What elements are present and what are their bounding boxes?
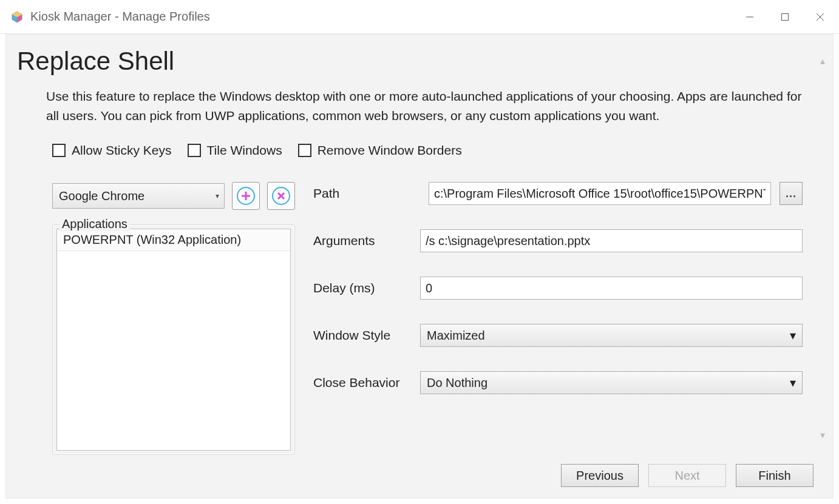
browse-button[interactable]: ... [780,182,803,205]
remove-borders-checkbox[interactable]: Remove Window Borders [298,143,462,158]
list-item[interactable]: POWERPNT (Win32 Application) [57,229,290,251]
finish-button[interactable]: Finish [736,464,814,487]
previous-button[interactable]: Previous [561,464,639,487]
applications-legend: Applications [59,217,130,231]
page-description: Use this feature to replace the Windows … [46,87,803,125]
arguments-input[interactable] [420,229,803,252]
path-input[interactable] [429,182,771,205]
remove-app-button[interactable] [267,182,295,210]
minimize-button[interactable] [732,5,767,29]
plus-icon [237,187,255,205]
window-title: Kiosk Manager - Manage Profiles [30,10,210,24]
scroll-down-icon: ▾ [820,429,825,441]
path-label: Path [313,186,420,201]
close-behavior-select[interactable]: Do Nothing ▾ [420,371,803,394]
svg-rect-5 [782,13,789,20]
allow-sticky-keys-checkbox[interactable]: Allow Sticky Keys [52,143,172,158]
delay-label: Delay (ms) [313,281,420,295]
app-template-select[interactable]: Google Chrome ▾ [52,183,225,209]
scrollbar-hint: ▴ ▾ [816,55,829,441]
window-style-label: Window Style [313,328,420,343]
maximize-button[interactable] [767,5,803,29]
close-button[interactable] [803,5,838,29]
delay-input[interactable] [420,277,803,300]
chevron-down-icon: ▾ [216,192,219,200]
allow-sticky-keys-label: Allow Sticky Keys [72,143,172,158]
window-style-select[interactable]: Maximized ▾ [420,324,803,347]
applications-list[interactable]: POWERPNT (Win32 Application) [56,229,291,451]
next-button[interactable]: Next [648,464,726,487]
page-title: Replace Shell [17,47,803,76]
window-style-value: Maximized [427,329,485,343]
chevron-down-icon: ▾ [790,328,796,343]
content-panel: Replace Shell Use this feature to replac… [5,34,834,499]
add-app-button[interactable] [232,182,260,210]
tile-windows-label: Tile Windows [207,143,282,158]
close-behavior-label: Close Behavior [313,375,420,390]
remove-borders-label: Remove Window Borders [318,143,462,158]
x-icon [272,187,290,205]
arguments-label: Arguments [313,234,420,248]
app-template-value: Google Chrome [59,189,144,203]
app-icon [11,11,23,23]
titlebar: Kiosk Manager - Manage Profiles [0,0,839,34]
tile-windows-checkbox[interactable]: Tile Windows [188,143,282,158]
close-behavior-value: Do Nothing [427,376,487,390]
scroll-up-icon: ▴ [820,55,825,67]
chevron-down-icon: ▾ [790,375,796,390]
